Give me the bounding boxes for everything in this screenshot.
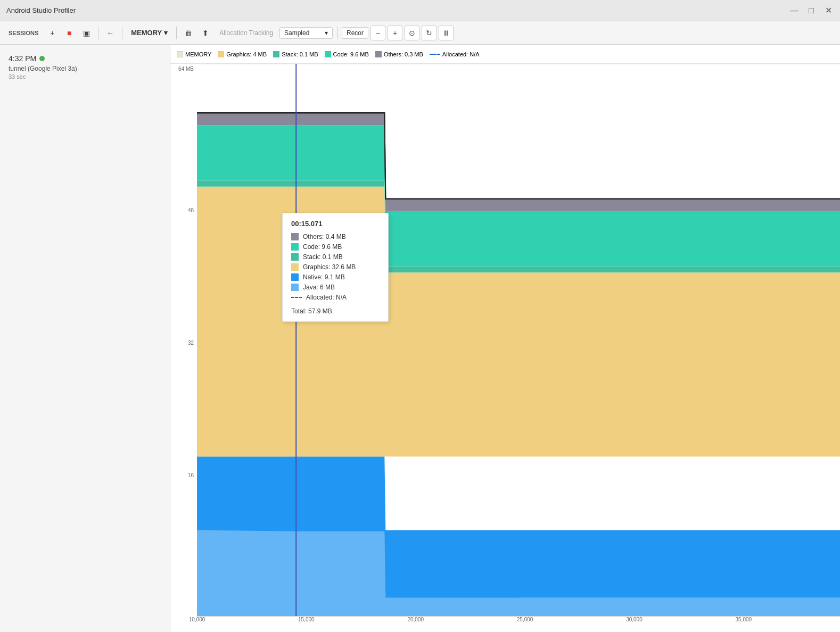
tooltip-native-label: Native: 9.1 MB <box>303 273 345 281</box>
legend-code: Code: 9.6 MB <box>325 51 369 57</box>
toolbar-divider-1 <box>98 27 98 39</box>
legend-code-label: Code: 9.6 MB <box>333 51 369 57</box>
legend-others-color <box>375 51 382 57</box>
export-button[interactable]: ⬆ <box>198 26 213 40</box>
title-bar: Android Studio Profiler — □ ✕ <box>0 0 840 21</box>
tooltip-graphics-swatch <box>291 263 299 271</box>
toolbar-divider-2 <box>122 27 122 39</box>
toolbar-divider-3 <box>176 27 177 39</box>
legend-stack-label: Stack: 0.1 MB <box>282 51 318 57</box>
tooltip-code-label: Code: 9.6 MB <box>303 243 342 251</box>
tooltip-graphics-row: Graphics: 32.6 MB <box>291 263 380 271</box>
minimize-button[interactable]: — <box>789 5 800 16</box>
tooltip-code-swatch <box>291 243 299 251</box>
session-item[interactable]: 4:32 PM tunnel (Google Pixel 3a) 33 sec <box>6 51 163 83</box>
tooltip-total: Total: 57.9 MB <box>291 305 380 315</box>
session-time-text: 4:32 PM <box>9 54 36 63</box>
legend-graphics-color <box>218 51 224 57</box>
tooltip-allocated-label: Allocated: N/A <box>306 294 347 301</box>
legend-stack-color <box>273 51 279 57</box>
add-session-button[interactable]: + <box>45 26 60 40</box>
tooltip-stack-swatch <box>291 253 299 261</box>
memory-label: MEMORY <box>131 29 162 37</box>
main-layout: 4:32 PM tunnel (Google Pixel 3a) 33 sec … <box>0 45 840 632</box>
legend-memory: MEMORY <box>177 51 211 57</box>
tooltip-native-row: Native: 9.1 MB <box>291 273 380 281</box>
tooltip-others-swatch <box>291 233 299 240</box>
zoom-out-button[interactable]: − <box>370 26 385 40</box>
time-20000: 20,000 <box>407 617 424 622</box>
allocation-tracking-label: Allocation Tracking <box>215 29 277 37</box>
tooltip-others-label: Others: 0.4 MB <box>303 233 346 240</box>
y-label-16: 16 <box>188 472 194 478</box>
legend-graphics-label: Graphics: 4 MB <box>226 51 267 57</box>
tooltip-graphics-label: Graphics: 32.6 MB <box>303 263 356 271</box>
sidebar: 4:32 PM tunnel (Google Pixel 3a) 33 sec <box>0 45 170 632</box>
recording-indicator <box>39 56 45 61</box>
zoom-in-button[interactable]: + <box>388 26 402 40</box>
tooltip-java-swatch <box>291 284 299 291</box>
refresh-button[interactable]: ↻ <box>422 26 437 40</box>
y-label-32: 32 <box>188 340 194 346</box>
app-title: Android Studio Profiler <box>6 6 76 14</box>
tooltip-stack-row: Stack: 0.1 MB <box>291 253 380 261</box>
tooltip-allocated-swatch <box>291 297 302 298</box>
session-time: 4:32 PM <box>9 54 161 63</box>
y-label-48: 48 <box>188 207 194 213</box>
time-10000: 10,000 <box>189 617 205 622</box>
tooltip-allocated-row: Allocated: N/A <box>291 294 380 301</box>
legend-stack: Stack: 0.1 MB <box>273 51 318 57</box>
legend-code-color <box>325 51 331 57</box>
split-button[interactable]: ▣ <box>79 26 94 40</box>
tooltip: 00:15.071 Others: 0.4 MB Code: 9.6 MB St… <box>282 213 389 322</box>
close-button[interactable]: ✕ <box>823 5 834 16</box>
session-device: tunnel (Google Pixel 3a) <box>9 65 161 72</box>
memory-chevron-icon: ▾ <box>164 29 168 37</box>
chart-area[interactable]: MEMORY Graphics: 4 MB Stack: 0.1 MB Code… <box>170 45 840 632</box>
y-axis: 64 MB 48 32 16 <box>170 64 197 616</box>
legend-allocated-color <box>430 54 440 55</box>
zoom-fit-button[interactable]: ⊙ <box>405 26 419 40</box>
toolbar: SESSIONS + ■ ▣ ← MEMORY ▾ 🗑 ⬆ Allocation… <box>0 21 840 45</box>
session-duration: 33 sec <box>9 73 161 80</box>
legend-others-label: Others: 0.3 MB <box>384 51 423 57</box>
sampled-dropdown[interactable]: Sampled ▾ <box>279 27 333 39</box>
legend-memory-color <box>177 51 183 57</box>
back-button[interactable]: ← <box>103 26 118 40</box>
time-axis: 10,000 15,000 20,000 25,000 30,000 35,00… <box>197 616 840 632</box>
sessions-label: SESSIONS <box>4 30 43 36</box>
tooltip-java-label: Java: 6 MB <box>303 284 335 291</box>
legend-graphics: Graphics: 4 MB <box>218 51 267 57</box>
time-35000: 35,000 <box>736 617 752 622</box>
sampled-chevron-icon: ▾ <box>325 29 328 37</box>
toolbar-divider-4 <box>337 27 337 39</box>
time-25000: 25,000 <box>517 617 533 622</box>
chart-canvas[interactable]: 64 MB 48 32 16 <box>170 64 840 632</box>
record-button[interactable]: Recor <box>342 27 368 39</box>
sampled-label: Sampled <box>284 29 309 37</box>
time-30000: 30,000 <box>626 617 643 622</box>
legend-others: Others: 0.3 MB <box>375 51 423 57</box>
tooltip-time: 00:15.071 <box>291 220 380 228</box>
time-15000: 15,000 <box>298 617 315 622</box>
maximize-button[interactable]: □ <box>806 5 817 16</box>
legend-allocated: Allocated: N/A <box>430 51 480 57</box>
tooltip-java-row: Java: 6 MB <box>291 284 380 291</box>
memory-chart-svg[interactable] <box>197 64 840 616</box>
pause-button[interactable]: ⏸ <box>439 26 454 40</box>
tooltip-native-swatch <box>291 273 299 281</box>
record-label: Recor <box>347 29 364 37</box>
memory-button[interactable]: MEMORY ▾ <box>127 27 172 39</box>
legend-allocated-label: Allocated: N/A <box>442 51 480 57</box>
tooltip-stack-label: Stack: 0.1 MB <box>303 253 343 261</box>
y-label-64: 64 MB <box>178 66 194 72</box>
stop-button[interactable]: ■ <box>62 26 77 40</box>
legend-memory-label: MEMORY <box>185 51 211 57</box>
legend-bar: MEMORY Graphics: 4 MB Stack: 0.1 MB Code… <box>170 45 840 64</box>
delete-button[interactable]: 🗑 <box>181 26 196 40</box>
tooltip-others-row: Others: 0.4 MB <box>291 233 380 240</box>
tooltip-code-row: Code: 9.6 MB <box>291 243 380 251</box>
